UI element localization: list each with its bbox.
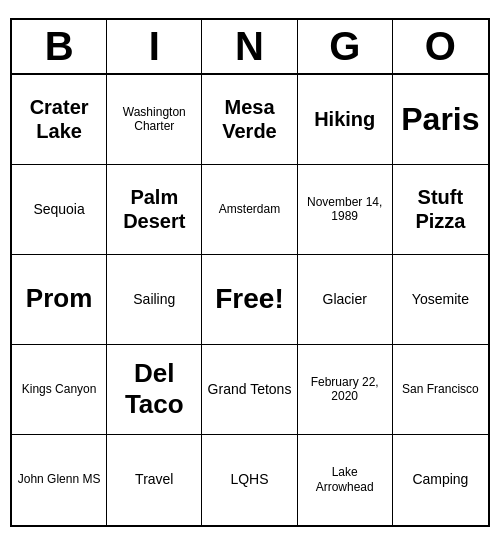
bingo-cell-8: November 14, 1989: [298, 165, 393, 255]
cell-text-15: Kings Canyon: [22, 382, 97, 396]
bingo-cell-14: Yosemite: [393, 255, 488, 345]
cell-text-22: LQHS: [230, 471, 268, 488]
header-o: O: [393, 20, 488, 73]
cell-text-14: Yosemite: [412, 291, 469, 308]
bingo-cell-18: February 22, 2020: [298, 345, 393, 435]
bingo-cell-4: Paris: [393, 75, 488, 165]
cell-text-1: Washington Charter: [111, 105, 197, 134]
bingo-cell-9: Stuft Pizza: [393, 165, 488, 255]
bingo-cell-19: San Francisco: [393, 345, 488, 435]
bingo-cell-24: Camping: [393, 435, 488, 525]
bingo-cell-3: Hiking: [298, 75, 393, 165]
bingo-cell-17: Grand Tetons: [202, 345, 297, 435]
cell-text-7: Amsterdam: [219, 202, 280, 216]
bingo-cell-22: LQHS: [202, 435, 297, 525]
cell-text-4: Paris: [401, 100, 479, 138]
cell-text-19: San Francisco: [402, 382, 479, 396]
bingo-cell-20: John Glenn MS: [12, 435, 107, 525]
cell-text-18: February 22, 2020: [302, 375, 388, 404]
bingo-cell-23: Lake Arrowhead: [298, 435, 393, 525]
header-b: B: [12, 20, 107, 73]
header-g: G: [298, 20, 393, 73]
cell-text-9: Stuft Pizza: [397, 185, 484, 233]
cell-text-0: Crater Lake: [16, 95, 102, 143]
bingo-cell-7: Amsterdam: [202, 165, 297, 255]
bingo-cell-13: Glacier: [298, 255, 393, 345]
bingo-header: B I N G O: [12, 20, 488, 75]
cell-text-2: Mesa Verde: [206, 95, 292, 143]
bingo-cell-5: Sequoia: [12, 165, 107, 255]
cell-text-10: Prom: [26, 283, 92, 314]
bingo-card: B I N G O Crater LakeWashington CharterM…: [10, 18, 490, 527]
cell-text-8: November 14, 1989: [302, 195, 388, 224]
cell-text-11: Sailing: [133, 291, 175, 308]
cell-text-13: Glacier: [323, 291, 367, 308]
cell-text-20: John Glenn MS: [18, 472, 101, 486]
cell-text-3: Hiking: [314, 107, 375, 131]
cell-text-17: Grand Tetons: [208, 381, 292, 398]
bingo-cell-0: Crater Lake: [12, 75, 107, 165]
bingo-cell-12: Free!: [202, 255, 297, 345]
cell-text-24: Camping: [412, 471, 468, 488]
cell-text-6: Palm Desert: [111, 185, 197, 233]
cell-text-5: Sequoia: [33, 201, 84, 218]
cell-text-16: Del Taco: [111, 358, 197, 420]
bingo-cell-6: Palm Desert: [107, 165, 202, 255]
cell-text-21: Travel: [135, 471, 173, 488]
cell-text-12: Free!: [215, 283, 283, 315]
bingo-cell-11: Sailing: [107, 255, 202, 345]
bingo-cell-1: Washington Charter: [107, 75, 202, 165]
bingo-cell-16: Del Taco: [107, 345, 202, 435]
bingo-cell-21: Travel: [107, 435, 202, 525]
cell-text-23: Lake Arrowhead: [302, 465, 388, 494]
bingo-grid: Crater LakeWashington CharterMesa VerdeH…: [12, 75, 488, 525]
bingo-cell-2: Mesa Verde: [202, 75, 297, 165]
header-i: I: [107, 20, 202, 73]
bingo-cell-10: Prom: [12, 255, 107, 345]
header-n: N: [202, 20, 297, 73]
bingo-cell-15: Kings Canyon: [12, 345, 107, 435]
